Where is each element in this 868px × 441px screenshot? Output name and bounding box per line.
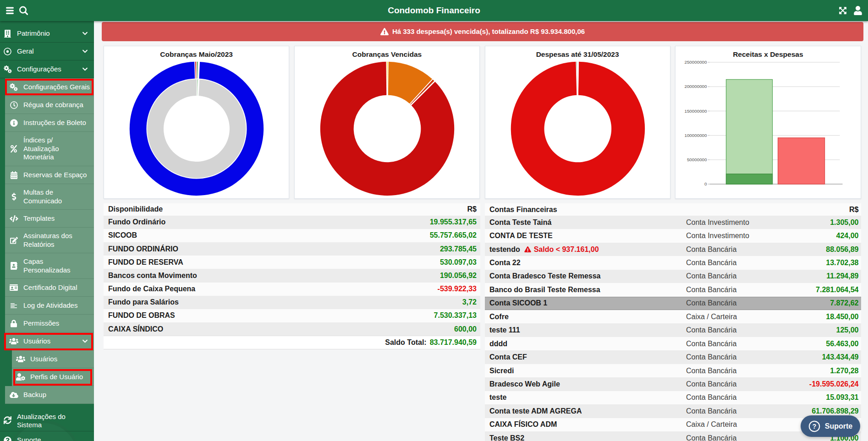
svg-text:250000000: 250000000	[685, 60, 708, 65]
svg-text:200000000: 200000000	[685, 84, 708, 89]
svg-text:0: 0	[704, 181, 707, 186]
svg-text:?: ?	[812, 423, 816, 430]
svg-text:50000000: 50000000	[687, 157, 707, 162]
svg-text:150000000: 150000000	[685, 109, 708, 114]
svg-text:100000000: 100000000	[685, 133, 708, 138]
